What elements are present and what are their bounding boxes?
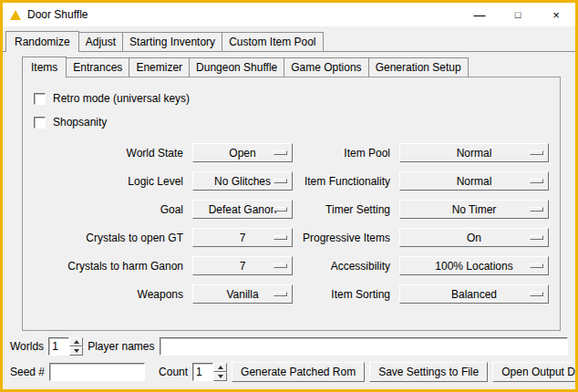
- dropdown-value: 7: [240, 232, 246, 244]
- dropdown-value: Defeat Ganon: [209, 203, 277, 216]
- accessibility-label: Accessibility: [302, 260, 390, 273]
- dropdown-indicator-icon: [530, 150, 543, 155]
- goal-label: Goal: [32, 203, 183, 216]
- dropdown-indicator-icon: [530, 235, 543, 240]
- count-input[interactable]: [192, 363, 213, 381]
- weapons-label: Weapons: [32, 288, 183, 301]
- checkbox-shopsanity-label: Shopsanity: [53, 116, 107, 129]
- save-settings-button[interactable]: Save Settings to File: [369, 362, 488, 382]
- dropdown-value: No Timer: [452, 203, 497, 216]
- checkbox-retro-mode-label: Retro mode (universal keys): [53, 92, 190, 105]
- tab-items[interactable]: Items: [22, 57, 67, 77]
- tab-adjust[interactable]: Adjust: [78, 32, 123, 51]
- dropdown-item-sorting[interactable]: Balanced: [399, 284, 549, 304]
- shopsanity-row: Shopsanity: [34, 112, 551, 132]
- dropdown-indicator-icon: [530, 292, 543, 296]
- dropdown-crystals-harm-ganon[interactable]: 7: [192, 256, 293, 275]
- dropdown-value: Normal: [457, 175, 492, 188]
- worlds-row: Worlds Player names: [10, 337, 568, 356]
- bottom-panel: Worlds Player names Seed # Count: [3, 335, 575, 389]
- player-names-label: Player names: [88, 340, 154, 353]
- dropdown-indicator-icon: [274, 292, 287, 296]
- dropdown-value: 100% Locations: [435, 260, 512, 273]
- item-pool-label: Item Pool: [302, 147, 390, 160]
- dropdown-crystals-open-gt[interactable]: 7: [192, 228, 293, 247]
- items-tab-page: Retro mode (universal keys) Shopsanity W…: [22, 77, 561, 331]
- options-grid: World State Open Item Pool Normal Logic …: [32, 143, 551, 304]
- dropdown-indicator-icon: [530, 263, 543, 268]
- checkbox-retro-mode[interactable]: [34, 93, 46, 105]
- tab-randomize[interactable]: Randomize: [5, 31, 79, 52]
- open-output-directory-button[interactable]: Open Output Directory: [492, 362, 578, 382]
- arrow-down-icon: [218, 375, 223, 378]
- player-names-input[interactable]: [160, 337, 569, 356]
- outer-tab-bar: Randomize Adjust Starting Inventory Cust…: [3, 29, 575, 51]
- tab-enemizer[interactable]: Enemizer: [129, 57, 190, 77]
- dropdown-item-pool[interactable]: Normal: [399, 143, 549, 162]
- progressive-items-label: Progressive Items: [302, 232, 390, 244]
- worlds-spin-up-button[interactable]: [69, 337, 83, 346]
- arrow-up-icon: [218, 366, 223, 369]
- arrow-down-icon: [74, 349, 79, 353]
- tab-generation-setup[interactable]: Generation Setup: [368, 57, 469, 77]
- window-controls: — □ ×: [460, 3, 575, 26]
- count-spinner-buttons: [213, 363, 227, 381]
- dropdown-value: 7: [240, 260, 246, 273]
- dropdown-value: Balanced: [451, 288, 497, 301]
- count-label: Count: [159, 366, 188, 378]
- tab-starting-inventory[interactable]: Starting Inventory: [122, 32, 222, 51]
- title-bar[interactable]: Door Shuffle — □ ×: [3, 3, 575, 26]
- worlds-label: Worlds: [10, 340, 44, 353]
- checkbox-shopsanity[interactable]: [34, 117, 46, 129]
- dropdown-indicator-icon: [530, 179, 543, 183]
- count-spinner: [192, 363, 227, 381]
- worlds-spinner: [48, 337, 83, 356]
- count-spin-up-button[interactable]: [213, 363, 227, 372]
- count-spin-down-button[interactable]: [213, 372, 227, 381]
- logic-level-label: Logic Level: [32, 175, 183, 188]
- worlds-spinner-buttons: [69, 337, 83, 356]
- dropdown-value: Vanilla: [226, 288, 258, 301]
- dropdown-item-functionality[interactable]: Normal: [399, 171, 549, 191]
- crystals-open-gt-label: Crystals to open GT: [32, 232, 183, 244]
- tab-entrances[interactable]: Entrances: [66, 57, 129, 77]
- world-state-label: World State: [32, 147, 183, 160]
- minimize-button[interactable]: —: [460, 3, 499, 26]
- dropdown-indicator-icon: [274, 235, 287, 240]
- dropdown-weapons[interactable]: Vanilla: [192, 284, 293, 304]
- dropdown-indicator-icon: [274, 150, 287, 155]
- tab-custom-item-pool[interactable]: Custom Item Pool: [222, 32, 323, 51]
- close-button[interactable]: ×: [537, 3, 575, 26]
- dropdown-logic-level[interactable]: No Glitches: [192, 171, 293, 191]
- maximize-button[interactable]: □: [499, 3, 537, 26]
- dropdown-value: Normal: [457, 147, 492, 160]
- tab-game-options[interactable]: Game Options: [284, 57, 368, 77]
- item-sorting-label: Item Sorting: [302, 288, 390, 301]
- dropdown-indicator-icon: [274, 207, 287, 211]
- seed-row: Seed # Count Generate Patched Rom Save S…: [10, 362, 568, 382]
- randomize-tab-page: Items Entrances Enemizer Dungeon Shuffle…: [3, 51, 575, 389]
- dropdown-progressive-items[interactable]: On: [399, 228, 549, 247]
- seed-input[interactable]: [49, 363, 145, 381]
- window-content: Randomize Adjust Starting Inventory Cust…: [3, 26, 575, 389]
- worlds-input[interactable]: [48, 337, 69, 356]
- timer-setting-label: Timer Setting: [302, 203, 390, 216]
- app-icon: [10, 10, 21, 20]
- dropdown-goal[interactable]: Defeat Ganon: [192, 200, 293, 219]
- dropdown-value: On: [467, 232, 481, 244]
- arrow-up-icon: [74, 340, 79, 344]
- item-functionality-label: Item Functionality: [302, 175, 390, 188]
- dropdown-indicator-icon: [530, 207, 543, 211]
- dropdown-value: Open: [229, 147, 255, 160]
- dropdown-value: No Glitches: [214, 175, 271, 188]
- generate-patched-rom-button[interactable]: Generate Patched Rom: [232, 362, 365, 382]
- dropdown-accessibility[interactable]: 100% Locations: [399, 256, 549, 275]
- door-shuffle-window: Door Shuffle — □ × Randomize Adjust Star…: [0, 0, 578, 392]
- dropdown-world-state[interactable]: Open: [192, 143, 293, 162]
- dropdown-timer-setting[interactable]: No Timer: [399, 200, 549, 219]
- worlds-spin-down-button[interactable]: [69, 346, 83, 356]
- inner-tab-bar: Items Entrances Enemizer Dungeon Shuffle…: [3, 55, 575, 77]
- dropdown-indicator-icon: [274, 263, 287, 268]
- tab-dungeon-shuffle[interactable]: Dungeon Shuffle: [189, 57, 284, 77]
- crystals-harm-ganon-label: Crystals to harm Ganon: [32, 260, 183, 273]
